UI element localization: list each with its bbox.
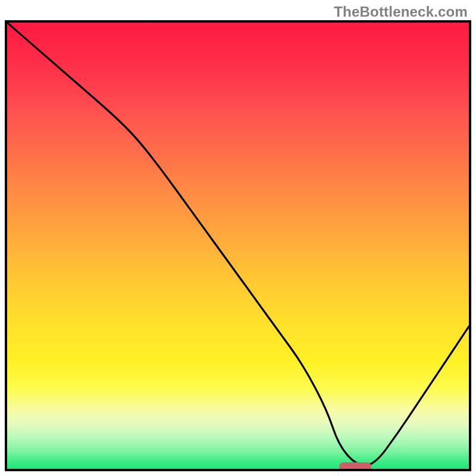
- chart-plot-area: [5, 20, 471, 471]
- bottleneck-curve: [7, 23, 469, 469]
- attribution-label: TheBottleneck.com: [334, 4, 468, 20]
- optimal-point-marker: [339, 462, 371, 471]
